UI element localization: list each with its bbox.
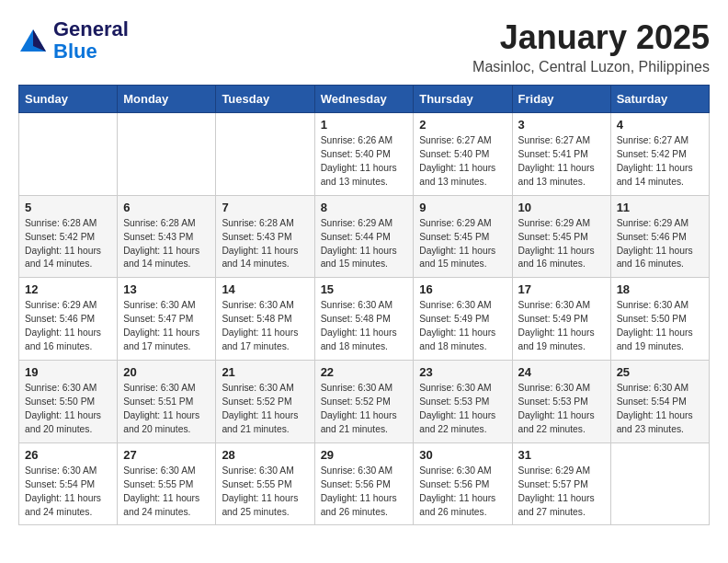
calendar-cell: 7Sunrise: 6:28 AM Sunset: 5:43 PM Daylig… — [216, 195, 314, 278]
calendar-header-sunday: Sunday — [19, 86, 118, 113]
calendar-cell: 27Sunrise: 6:30 AM Sunset: 5:55 PM Dayli… — [118, 442, 216, 525]
day-info: Sunrise: 6:30 AM Sunset: 5:49 PM Dayligh… — [419, 299, 506, 354]
day-number: 25 — [617, 365, 703, 379]
day-number: 12 — [25, 282, 111, 296]
calendar-cell: 17Sunrise: 6:30 AM Sunset: 5:49 PM Dayli… — [512, 278, 610, 361]
calendar-cell: 13Sunrise: 6:30 AM Sunset: 5:47 PM Dayli… — [118, 278, 216, 361]
day-number: 22 — [321, 365, 408, 379]
day-number: 14 — [222, 282, 308, 296]
day-info: Sunrise: 6:30 AM Sunset: 5:52 PM Dayligh… — [222, 382, 308, 437]
day-info: Sunrise: 6:30 AM Sunset: 5:48 PM Dayligh… — [222, 299, 308, 354]
title-block: January 2025 Masinloc, Central Luzon, Ph… — [472, 18, 710, 75]
calendar-cell: 23Sunrise: 6:30 AM Sunset: 5:53 PM Dayli… — [414, 361, 512, 443]
calendar-cell: 4Sunrise: 6:27 AM Sunset: 5:42 PM Daylig… — [610, 113, 709, 196]
calendar-cell: 5Sunrise: 6:28 AM Sunset: 5:42 PM Daylig… — [19, 195, 118, 278]
day-number: 5 — [25, 201, 111, 214]
calendar-cell: 24Sunrise: 6:30 AM Sunset: 5:53 PM Dayli… — [512, 361, 610, 443]
logo: General Blue — [18, 18, 129, 63]
day-info: Sunrise: 6:27 AM Sunset: 5:42 PM Dayligh… — [617, 134, 703, 190]
day-info: Sunrise: 6:30 AM Sunset: 5:56 PM Dayligh… — [321, 465, 408, 520]
day-number: 9 — [419, 201, 506, 214]
day-number: 15 — [321, 282, 408, 296]
day-number: 10 — [518, 201, 605, 214]
calendar-cell: 30Sunrise: 6:30 AM Sunset: 5:56 PM Dayli… — [414, 442, 512, 525]
day-info: Sunrise: 6:29 AM Sunset: 5:44 PM Dayligh… — [321, 217, 408, 272]
calendar-header-monday: Monday — [118, 86, 216, 113]
day-number: 17 — [518, 282, 605, 296]
calendar-header-tuesday: Tuesday — [216, 86, 314, 113]
logo-text: General Blue — [53, 18, 129, 63]
calendar-cell: 26Sunrise: 6:30 AM Sunset: 5:54 PM Dayli… — [19, 442, 118, 525]
calendar-cell — [610, 442, 709, 525]
calendar-week-row: 26Sunrise: 6:30 AM Sunset: 5:54 PM Dayli… — [19, 442, 710, 525]
day-info: Sunrise: 6:30 AM Sunset: 5:50 PM Dayligh… — [617, 299, 703, 354]
day-info: Sunrise: 6:29 AM Sunset: 5:46 PM Dayligh… — [25, 299, 111, 354]
day-number: 7 — [222, 201, 308, 214]
calendar-cell: 29Sunrise: 6:30 AM Sunset: 5:56 PM Dayli… — [314, 442, 414, 525]
calendar-cell: 9Sunrise: 6:29 AM Sunset: 5:45 PM Daylig… — [414, 195, 512, 278]
calendar-cell — [216, 113, 314, 196]
calendar-cell: 25Sunrise: 6:30 AM Sunset: 5:54 PM Dayli… — [610, 361, 709, 443]
day-number: 2 — [419, 118, 506, 132]
day-info: Sunrise: 6:30 AM Sunset: 5:48 PM Dayligh… — [321, 299, 408, 354]
day-info: Sunrise: 6:29 AM Sunset: 5:46 PM Dayligh… — [617, 217, 703, 272]
calendar-week-row: 1Sunrise: 6:26 AM Sunset: 5:40 PM Daylig… — [19, 113, 710, 196]
day-number: 27 — [123, 448, 210, 462]
day-number: 28 — [222, 448, 308, 462]
calendar-cell — [118, 113, 216, 196]
day-info: Sunrise: 6:27 AM Sunset: 5:41 PM Dayligh… — [518, 134, 605, 190]
calendar-header-thursday: Thursday — [414, 86, 512, 113]
calendar-cell: 21Sunrise: 6:30 AM Sunset: 5:52 PM Dayli… — [216, 361, 314, 443]
day-number: 4 — [617, 118, 703, 132]
calendar-cell: 16Sunrise: 6:30 AM Sunset: 5:49 PM Dayli… — [414, 278, 512, 361]
calendar-cell: 18Sunrise: 6:30 AM Sunset: 5:50 PM Dayli… — [610, 278, 709, 361]
day-info: Sunrise: 6:30 AM Sunset: 5:54 PM Dayligh… — [25, 465, 111, 520]
calendar-cell: 31Sunrise: 6:29 AM Sunset: 5:57 PM Dayli… — [512, 442, 610, 525]
calendar-cell: 3Sunrise: 6:27 AM Sunset: 5:41 PM Daylig… — [512, 113, 610, 196]
calendar-cell: 22Sunrise: 6:30 AM Sunset: 5:52 PM Dayli… — [314, 361, 414, 443]
day-number: 30 — [419, 448, 506, 462]
day-info: Sunrise: 6:29 AM Sunset: 5:57 PM Dayligh… — [518, 465, 605, 520]
day-info: Sunrise: 6:28 AM Sunset: 5:43 PM Dayligh… — [222, 217, 308, 272]
calendar-cell: 2Sunrise: 6:27 AM Sunset: 5:40 PM Daylig… — [414, 113, 512, 196]
day-info: Sunrise: 6:27 AM Sunset: 5:40 PM Dayligh… — [419, 134, 506, 190]
calendar-cell: 11Sunrise: 6:29 AM Sunset: 5:46 PM Dayli… — [610, 195, 709, 278]
calendar-header-wednesday: Wednesday — [314, 86, 414, 113]
day-info: Sunrise: 6:30 AM Sunset: 5:53 PM Dayligh… — [518, 382, 605, 437]
calendar-cell: 14Sunrise: 6:30 AM Sunset: 5:48 PM Dayli… — [216, 278, 314, 361]
day-info: Sunrise: 6:30 AM Sunset: 5:50 PM Dayligh… — [25, 382, 111, 437]
calendar-cell — [19, 113, 118, 196]
day-info: Sunrise: 6:29 AM Sunset: 5:45 PM Dayligh… — [419, 217, 506, 272]
logo-icon — [18, 28, 48, 53]
day-info: Sunrise: 6:30 AM Sunset: 5:56 PM Dayligh… — [419, 465, 506, 520]
day-number: 13 — [123, 282, 210, 296]
calendar-week-row: 19Sunrise: 6:30 AM Sunset: 5:50 PM Dayli… — [19, 361, 710, 443]
day-info: Sunrise: 6:30 AM Sunset: 5:47 PM Dayligh… — [123, 299, 210, 354]
day-number: 26 — [25, 448, 111, 462]
page-header: General Blue January 2025 Masinloc, Cent… — [18, 18, 710, 75]
calendar-cell: 15Sunrise: 6:30 AM Sunset: 5:48 PM Dayli… — [314, 278, 414, 361]
day-info: Sunrise: 6:30 AM Sunset: 5:54 PM Dayligh… — [617, 382, 703, 437]
calendar-week-row: 5Sunrise: 6:28 AM Sunset: 5:42 PM Daylig… — [19, 195, 710, 278]
day-number: 23 — [419, 365, 506, 379]
day-number: 16 — [419, 282, 506, 296]
day-number: 11 — [617, 201, 703, 214]
day-number: 3 — [518, 118, 605, 132]
day-number: 8 — [321, 201, 408, 214]
calendar-cell: 19Sunrise: 6:30 AM Sunset: 5:50 PM Dayli… — [19, 361, 118, 443]
day-number: 24 — [518, 365, 605, 379]
location-title: Masinloc, Central Luzon, Philippines — [472, 59, 710, 75]
day-number: 19 — [25, 365, 111, 379]
calendar-header-row: SundayMondayTuesdayWednesdayThursdayFrid… — [19, 86, 710, 113]
day-info: Sunrise: 6:28 AM Sunset: 5:43 PM Dayligh… — [123, 217, 210, 272]
day-number: 31 — [518, 448, 605, 462]
day-number: 21 — [222, 365, 308, 379]
day-info: Sunrise: 6:30 AM Sunset: 5:53 PM Dayligh… — [419, 382, 506, 437]
calendar-header-friday: Friday — [512, 86, 610, 113]
day-info: Sunrise: 6:28 AM Sunset: 5:42 PM Dayligh… — [25, 217, 111, 272]
calendar-cell: 1Sunrise: 6:26 AM Sunset: 5:40 PM Daylig… — [314, 113, 414, 196]
day-info: Sunrise: 6:26 AM Sunset: 5:40 PM Dayligh… — [321, 134, 408, 190]
day-info: Sunrise: 6:30 AM Sunset: 5:52 PM Dayligh… — [321, 382, 408, 437]
calendar-cell: 12Sunrise: 6:29 AM Sunset: 5:46 PM Dayli… — [19, 278, 118, 361]
month-title: January 2025 — [472, 18, 710, 57]
